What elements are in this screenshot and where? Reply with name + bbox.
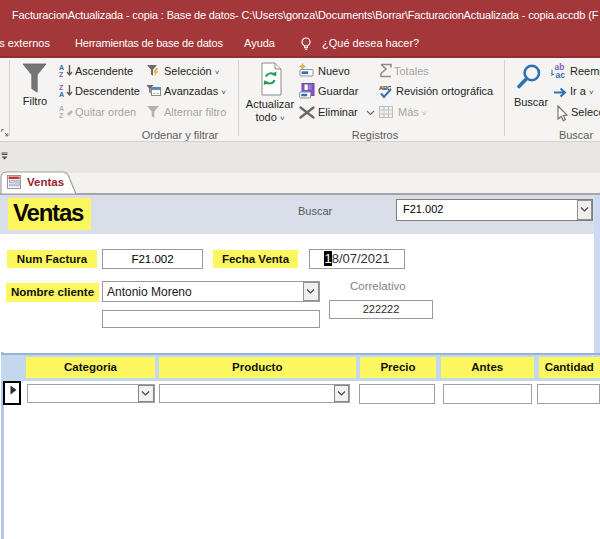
svg-text:Z: Z — [59, 84, 64, 91]
svg-text:A: A — [59, 105, 64, 112]
svg-text:Z: Z — [59, 112, 64, 118]
svg-text:ac: ac — [556, 70, 566, 80]
svg-text:A: A — [59, 64, 64, 71]
svg-text:Z: Z — [59, 71, 64, 77]
svg-text:A: A — [59, 91, 64, 97]
